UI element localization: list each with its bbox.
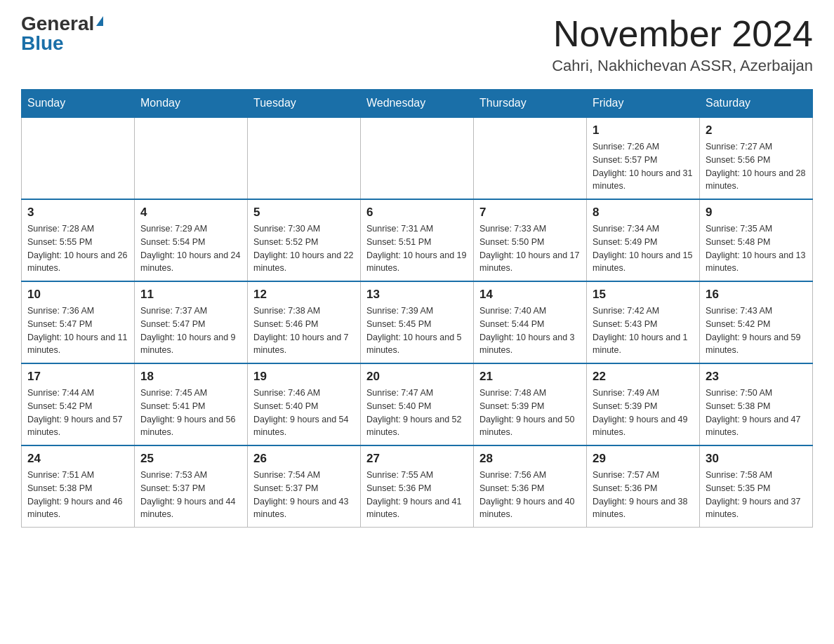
calendar-cell: 10Sunrise: 7:36 AM Sunset: 5:47 PM Dayli… xyxy=(22,281,135,363)
day-of-week-header: Tuesday xyxy=(248,90,361,118)
day-info: Sunrise: 7:44 AM Sunset: 5:42 PM Dayligh… xyxy=(27,387,128,439)
calendar-cell: 23Sunrise: 7:50 AM Sunset: 5:38 PM Dayli… xyxy=(700,363,813,445)
day-of-week-header: Sunday xyxy=(22,90,135,118)
day-number: 28 xyxy=(479,452,581,466)
day-number: 2 xyxy=(706,123,807,137)
day-number: 7 xyxy=(479,206,581,220)
day-number: 22 xyxy=(593,370,694,384)
day-info: Sunrise: 7:51 AM Sunset: 5:38 PM Dayligh… xyxy=(27,469,128,521)
calendar-cell: 17Sunrise: 7:44 AM Sunset: 5:42 PM Dayli… xyxy=(22,363,135,445)
calendar-cell: 11Sunrise: 7:37 AM Sunset: 5:47 PM Dayli… xyxy=(135,281,248,363)
calendar-cell: 18Sunrise: 7:45 AM Sunset: 5:41 PM Dayli… xyxy=(135,363,248,445)
day-info: Sunrise: 7:28 AM Sunset: 5:55 PM Dayligh… xyxy=(27,222,128,275)
day-info: Sunrise: 7:53 AM Sunset: 5:37 PM Dayligh… xyxy=(140,469,241,521)
day-number: 24 xyxy=(27,452,128,466)
day-number: 6 xyxy=(366,206,468,220)
week-row: 1Sunrise: 7:26 AM Sunset: 5:57 PM Daylig… xyxy=(22,117,813,199)
week-row: 17Sunrise: 7:44 AM Sunset: 5:42 PM Dayli… xyxy=(22,363,813,445)
logo: General Blue xyxy=(21,14,103,53)
title-block: November 2024 Cahri, Nakhichevan ASSR, A… xyxy=(552,14,813,75)
day-info: Sunrise: 7:48 AM Sunset: 5:39 PM Dayligh… xyxy=(479,387,581,439)
day-info: Sunrise: 7:58 AM Sunset: 5:35 PM Dayligh… xyxy=(706,469,807,521)
day-number: 15 xyxy=(593,288,694,302)
day-info: Sunrise: 7:38 AM Sunset: 5:46 PM Dayligh… xyxy=(253,304,355,357)
logo-general-text: General xyxy=(21,14,94,34)
calendar-cell: 24Sunrise: 7:51 AM Sunset: 5:38 PM Dayli… xyxy=(22,445,135,528)
calendar-header-row: SundayMondayTuesdayWednesdayThursdayFrid… xyxy=(22,90,813,118)
day-number: 4 xyxy=(140,206,241,220)
calendar-cell: 20Sunrise: 7:47 AM Sunset: 5:40 PM Dayli… xyxy=(361,363,474,445)
day-of-week-header: Thursday xyxy=(474,90,587,118)
calendar-cell xyxy=(361,117,474,199)
day-number: 5 xyxy=(253,206,355,220)
day-info: Sunrise: 7:40 AM Sunset: 5:44 PM Dayligh… xyxy=(479,304,581,357)
calendar-cell: 8Sunrise: 7:34 AM Sunset: 5:49 PM Daylig… xyxy=(587,199,700,281)
calendar-cell: 7Sunrise: 7:33 AM Sunset: 5:50 PM Daylig… xyxy=(474,199,587,281)
day-number: 11 xyxy=(140,288,241,302)
day-info: Sunrise: 7:37 AM Sunset: 5:47 PM Dayligh… xyxy=(140,304,241,357)
calendar-cell: 16Sunrise: 7:43 AM Sunset: 5:42 PM Dayli… xyxy=(700,281,813,363)
day-info: Sunrise: 7:56 AM Sunset: 5:36 PM Dayligh… xyxy=(479,469,581,521)
calendar-cell: 5Sunrise: 7:30 AM Sunset: 5:52 PM Daylig… xyxy=(248,199,361,281)
day-number: 26 xyxy=(253,452,355,466)
calendar-cell: 30Sunrise: 7:58 AM Sunset: 5:35 PM Dayli… xyxy=(700,445,813,528)
day-number: 8 xyxy=(593,206,694,220)
day-info: Sunrise: 7:31 AM Sunset: 5:51 PM Dayligh… xyxy=(366,222,468,275)
day-of-week-header: Friday xyxy=(587,90,700,118)
day-number: 12 xyxy=(253,288,355,302)
calendar-cell: 19Sunrise: 7:46 AM Sunset: 5:40 PM Dayli… xyxy=(248,363,361,445)
calendar-cell: 26Sunrise: 7:54 AM Sunset: 5:37 PM Dayli… xyxy=(248,445,361,528)
day-number: 19 xyxy=(253,370,355,384)
calendar-cell: 9Sunrise: 7:35 AM Sunset: 5:48 PM Daylig… xyxy=(700,199,813,281)
calendar-cell: 2Sunrise: 7:27 AM Sunset: 5:56 PM Daylig… xyxy=(700,117,813,199)
calendar-cell: 1Sunrise: 7:26 AM Sunset: 5:57 PM Daylig… xyxy=(587,117,700,199)
location-text: Cahri, Nakhichevan ASSR, Azerbaijan xyxy=(552,57,813,75)
day-number: 3 xyxy=(27,206,128,220)
calendar-cell xyxy=(248,117,361,199)
calendar-cell xyxy=(22,117,135,199)
day-info: Sunrise: 7:49 AM Sunset: 5:39 PM Dayligh… xyxy=(593,387,694,439)
week-row: 24Sunrise: 7:51 AM Sunset: 5:38 PM Dayli… xyxy=(22,445,813,528)
page-header: General Blue November 2024 Cahri, Nakhic… xyxy=(21,14,813,75)
logo-blue-text: Blue xyxy=(21,32,64,54)
day-info: Sunrise: 7:33 AM Sunset: 5:50 PM Dayligh… xyxy=(479,222,581,275)
calendar-cell: 21Sunrise: 7:48 AM Sunset: 5:39 PM Dayli… xyxy=(474,363,587,445)
day-number: 14 xyxy=(479,288,581,302)
day-number: 9 xyxy=(706,206,807,220)
calendar-cell: 25Sunrise: 7:53 AM Sunset: 5:37 PM Dayli… xyxy=(135,445,248,528)
day-info: Sunrise: 7:54 AM Sunset: 5:37 PM Dayligh… xyxy=(253,469,355,521)
day-number: 10 xyxy=(27,288,128,302)
day-number: 27 xyxy=(366,452,468,466)
day-of-week-header: Saturday xyxy=(700,90,813,118)
day-info: Sunrise: 7:27 AM Sunset: 5:56 PM Dayligh… xyxy=(706,140,807,193)
day-number: 20 xyxy=(366,370,468,384)
day-number: 1 xyxy=(593,123,694,137)
calendar-cell: 14Sunrise: 7:40 AM Sunset: 5:44 PM Dayli… xyxy=(474,281,587,363)
calendar-cell: 12Sunrise: 7:38 AM Sunset: 5:46 PM Dayli… xyxy=(248,281,361,363)
calendar-cell: 3Sunrise: 7:28 AM Sunset: 5:55 PM Daylig… xyxy=(22,199,135,281)
day-info: Sunrise: 7:34 AM Sunset: 5:49 PM Dayligh… xyxy=(593,222,694,275)
calendar-table: SundayMondayTuesdayWednesdayThursdayFrid… xyxy=(21,89,813,528)
logo-triangle-icon xyxy=(96,16,103,26)
calendar-cell: 13Sunrise: 7:39 AM Sunset: 5:45 PM Dayli… xyxy=(361,281,474,363)
day-info: Sunrise: 7:50 AM Sunset: 5:38 PM Dayligh… xyxy=(706,387,807,439)
day-of-week-header: Monday xyxy=(135,90,248,118)
week-row: 10Sunrise: 7:36 AM Sunset: 5:47 PM Dayli… xyxy=(22,281,813,363)
month-title: November 2024 xyxy=(552,14,813,54)
day-info: Sunrise: 7:36 AM Sunset: 5:47 PM Dayligh… xyxy=(27,304,128,357)
day-number: 18 xyxy=(140,370,241,384)
calendar-cell: 6Sunrise: 7:31 AM Sunset: 5:51 PM Daylig… xyxy=(361,199,474,281)
day-info: Sunrise: 7:57 AM Sunset: 5:36 PM Dayligh… xyxy=(593,469,694,521)
day-info: Sunrise: 7:42 AM Sunset: 5:43 PM Dayligh… xyxy=(593,304,694,357)
calendar-cell xyxy=(135,117,248,199)
day-number: 21 xyxy=(479,370,581,384)
calendar-cell xyxy=(474,117,587,199)
day-info: Sunrise: 7:35 AM Sunset: 5:48 PM Dayligh… xyxy=(706,222,807,275)
calendar-cell: 22Sunrise: 7:49 AM Sunset: 5:39 PM Dayli… xyxy=(587,363,700,445)
day-number: 16 xyxy=(706,288,807,302)
calendar-cell: 27Sunrise: 7:55 AM Sunset: 5:36 PM Dayli… xyxy=(361,445,474,528)
week-row: 3Sunrise: 7:28 AM Sunset: 5:55 PM Daylig… xyxy=(22,199,813,281)
calendar-cell: 28Sunrise: 7:56 AM Sunset: 5:36 PM Dayli… xyxy=(474,445,587,528)
day-info: Sunrise: 7:55 AM Sunset: 5:36 PM Dayligh… xyxy=(366,469,468,521)
day-info: Sunrise: 7:46 AM Sunset: 5:40 PM Dayligh… xyxy=(253,387,355,439)
